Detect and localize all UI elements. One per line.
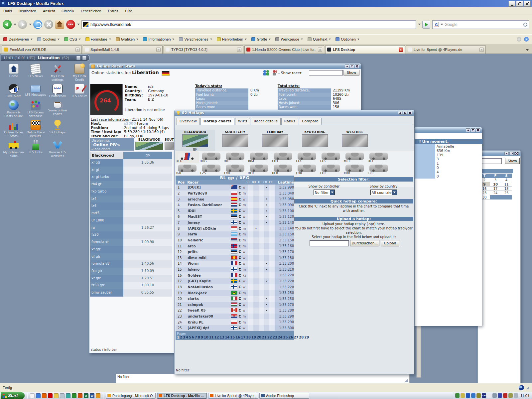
- shade-icon[interactable]: [504, 152, 509, 155]
- page-link[interactable]: 29: [304, 335, 309, 339]
- browse-button[interactable]: Durchsuchen...: [350, 240, 379, 246]
- compare-link[interactable]: C: [239, 192, 243, 195]
- search-icon[interactable]: [523, 22, 528, 27]
- close-button[interactable]: [524, 1, 531, 7]
- track-thumbnail[interactable]: [182, 134, 208, 147]
- devbar-item[interactable]: Verschiedenes: [179, 37, 212, 41]
- pb-car[interactable]: fxo gtr: [90, 268, 123, 275]
- page-link[interactable]: 23: [273, 335, 277, 339]
- page-link[interactable]: 8: [198, 335, 200, 339]
- car-option[interactable]: RB4: [247, 151, 271, 163]
- compare-link[interactable]: C: [239, 215, 243, 218]
- car-option[interactable]: RAC: [175, 163, 199, 175]
- hotlap-time[interactable]: 1:33.290: [275, 314, 294, 320]
- reload-button[interactable]: [33, 20, 42, 29]
- compare-link[interactable]: C: [239, 274, 243, 277]
- hotlap-file-input[interactable]: [310, 240, 349, 246]
- car-option[interactable]: LX6: [319, 151, 343, 163]
- page-link[interactable]: 17: [241, 335, 245, 339]
- page-link[interactable]: 21: [262, 335, 267, 339]
- hotlap-time[interactable]: 1:33.080: [275, 196, 294, 202]
- calendar-day[interactable]: 18: [501, 187, 512, 191]
- back-button[interactable]: [3, 20, 12, 29]
- desktop-shortcut[interactable]: My LFSW Credit: [68, 63, 90, 82]
- tray-icon[interactable]: [498, 393, 502, 398]
- maximize-icon[interactable]: [350, 65, 354, 68]
- hotlap-time[interactable]: 1:33.250: [275, 296, 294, 302]
- menu-item[interactable]: Bearbeiten: [19, 9, 36, 13]
- compare-link[interactable]: C: [239, 227, 243, 230]
- close-icon[interactable]: [514, 152, 519, 155]
- hotlap-time[interactable]: 1:33.250: [275, 290, 294, 296]
- car-option[interactable]: FO8: [295, 163, 319, 175]
- hotlap-time[interactable]: 1:33.280: [275, 308, 294, 314]
- desktop-shortcut[interactable]: Online Race Results: [25, 119, 47, 138]
- close-icon[interactable]: [355, 65, 359, 68]
- hotlap-time[interactable]: 1:33.220: [275, 272, 294, 278]
- page-link[interactable]: 5: [189, 335, 191, 339]
- pb-car[interactable]: lx6: [90, 202, 123, 210]
- shade-icon[interactable]: [345, 65, 349, 68]
- show-racer-input[interactable]: [309, 70, 343, 75]
- compare-link[interactable]: C: [239, 291, 243, 295]
- menu-item[interactable]: Datei: [3, 9, 12, 13]
- pb-car[interactable]: fxo turbo: [90, 188, 123, 196]
- tab-close-icon[interactable]: x: [479, 48, 484, 52]
- resize-grip[interactable]: [405, 379, 408, 382]
- forward-button[interactable]: [18, 20, 27, 29]
- track-option[interactable]: WESTHILL: [335, 130, 375, 151]
- page-link[interactable]: 2: [180, 335, 182, 339]
- hotlaps-titlebar[interactable]: S2 Hotlaps: [175, 110, 414, 116]
- restore-button[interactable]: [516, 1, 523, 7]
- hotlap-time[interactable]: 1:33.270: [275, 302, 294, 308]
- hotlaps-tab[interactable]: Hotlap charts: [200, 118, 234, 125]
- show-racer-button[interactable]: Show: [343, 70, 359, 75]
- devbar-info-icon[interactable]: i: [524, 37, 529, 42]
- hotlap-racer[interactable]: Królu PL: [188, 321, 231, 324]
- car-option[interactable]: XRG: [199, 151, 223, 163]
- page-link[interactable]: 3: [183, 335, 185, 339]
- hotlap-racer[interactable]: Black-Jack: [188, 291, 231, 295]
- page-link[interactable]: 4: [186, 335, 188, 339]
- tray-icon[interactable]: [487, 393, 491, 398]
- pb-car[interactable]: lx4: [90, 196, 123, 203]
- tray-icon[interactable]: [508, 393, 513, 398]
- compare-link[interactable]: C: [239, 209, 243, 213]
- devbar-item[interactable]: Quelltext: [308, 37, 331, 41]
- car-option[interactable]: FOX: [223, 163, 247, 175]
- page-link[interactable]: 13: [219, 335, 224, 339]
- car-option[interactable]: LX4: [295, 151, 319, 163]
- hotlap-racer[interactable]: [APEXi] cOOkie: [188, 227, 231, 230]
- page-link[interactable]: 12: [214, 335, 219, 339]
- hotlap-racer[interactable]: [DUcK]: [188, 186, 231, 189]
- task-button[interactable]: Live for Speed @ 4Player...: [208, 393, 258, 399]
- track-option[interactable]: KYOTO RING: [295, 130, 335, 151]
- pb-car[interactable]: xf gti: [90, 159, 123, 167]
- tab-close-icon[interactable]: x: [318, 48, 322, 52]
- devbar-item[interactable]: Werkzeuge: [275, 37, 303, 41]
- upload-button[interactable]: Upload: [381, 240, 399, 246]
- page-link[interactable]: 25: [283, 335, 288, 339]
- hotlap-time[interactable]: 1:33.040: [275, 191, 294, 197]
- desktop-shortcut[interactable]: Online Racer Stats: [3, 119, 25, 138]
- devbar-item[interactable]: CSS: [64, 37, 81, 41]
- car-option[interactable]: UF1: [367, 151, 391, 163]
- page-link[interactable]: 22: [267, 335, 272, 339]
- moment-window-titlebar[interactable]: [415, 127, 482, 133]
- close-icon[interactable]: [408, 111, 412, 115]
- hotlap-racer[interactable]: Worm: [188, 262, 231, 265]
- hotlap-time[interactable]: 1:33.220: [275, 284, 294, 290]
- car-option[interactable]: FXO: [271, 151, 295, 163]
- close-icon[interactable]: [476, 128, 480, 132]
- desktop-shortcut[interactable]: Home: [3, 63, 25, 82]
- calendar-window-titlebar[interactable]: [478, 151, 520, 156]
- hotlap-racer[interactable]: Geladric: [188, 238, 231, 242]
- browser-tab[interactable]: FreeMail von WEB.DE x: [2, 45, 82, 54]
- maximize-icon[interactable]: [403, 111, 407, 115]
- hotlap-time[interactable]: 1:33.120: [275, 214, 294, 220]
- pb-car[interactable]: uf 1000: [90, 217, 123, 224]
- task-button[interactable]: LFS Desktop - Mozilla ...: [157, 393, 207, 399]
- compare-link[interactable]: C: [239, 321, 243, 324]
- hotlap-time[interactable]: 1:33.180: [275, 255, 294, 261]
- hotlap-time[interactable]: 1:33.150: [275, 237, 294, 243]
